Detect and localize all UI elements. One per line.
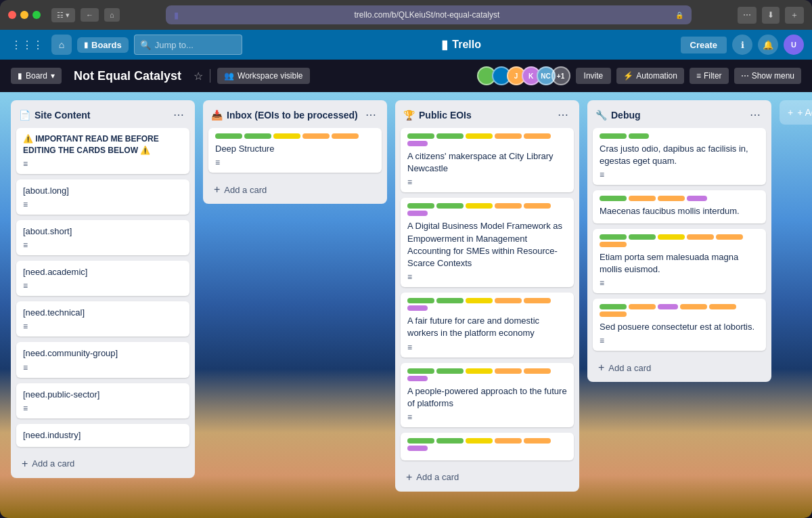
list-more-button-debug[interactable]: ⋯	[747, 107, 763, 123]
minimize-button[interactable]	[20, 11, 28, 19]
card-text-debug-3: Etiam porta sem malesuada magna mollis e…	[600, 251, 759, 276]
invite-button[interactable]: Invite	[576, 68, 612, 84]
card-about-short[interactable]: [about.short] ≡	[16, 220, 189, 255]
label	[436, 438, 464, 444]
card-citizens-makerspace[interactable]: A citizens' makerspace at City Library N…	[401, 128, 574, 192]
label	[687, 196, 707, 201]
add-card-label: Add a card	[32, 458, 74, 469]
trello-favicon: ▮	[174, 10, 179, 20]
label	[436, 368, 464, 374]
card-labels	[407, 438, 567, 451]
board-view-button[interactable]: ▮ Board ▾	[11, 68, 62, 84]
card-about-long[interactable]: [about.long] ≡	[16, 179, 189, 215]
card-text-need-industry: [need.industry]	[23, 429, 183, 441]
back-button[interactable]: ←	[81, 8, 99, 22]
list-cards-debug: Cras justo odio, dapibus ac facilisis in…	[587, 128, 771, 356]
label	[495, 133, 522, 139]
list-more-button-inbox[interactable]: ⋯	[363, 107, 379, 123]
trello-logo: ▮ Trello	[248, 37, 675, 52]
label	[629, 133, 649, 139]
card-debug-4[interactable]: Sed posuere consectetur est at lobortis.…	[593, 299, 766, 351]
address-bar[interactable]: ▮ trello.com/b/QLKeiuSt/not-equal-cataly…	[166, 5, 692, 24]
close-button[interactable]	[8, 11, 16, 19]
download-button[interactable]: ⬇	[762, 7, 780, 24]
card-need-industry[interactable]: [need.industry]	[16, 424, 189, 447]
label	[709, 304, 736, 309]
automation-icon: ⚡	[623, 71, 633, 81]
card-deep-structure[interactable]: Deep Structure ≡	[208, 128, 382, 173]
label	[629, 304, 656, 309]
add-card-button-inbox[interactable]: + Add a card	[207, 179, 383, 200]
label-green-2	[244, 133, 271, 139]
label	[600, 304, 627, 309]
add-card-label-debug: Add a card	[608, 363, 651, 373]
more-button[interactable]: ⋯	[738, 7, 757, 24]
card-debug-3[interactable]: Etiam porta sem malesuada magna mollis e…	[593, 229, 766, 293]
card-text-about-long: [about.long]	[23, 185, 183, 197]
list-public-eois: 🏆 Public EOIs ⋯	[395, 100, 579, 492]
workspace-visible-button[interactable]: 👥 Workspace visible	[217, 68, 309, 84]
sidebar-toggle-button[interactable]: ☷ ▾	[51, 8, 75, 22]
list-inbox: 📥 Inbox (EOIs to be processed) ⋯	[203, 100, 387, 204]
label	[436, 298, 464, 303]
traffic-lights	[8, 11, 41, 19]
desc-icon: ≡	[215, 158, 375, 167]
automation-button[interactable]: ⚡ Automation	[616, 68, 684, 84]
card-need-technical[interactable]: [need.technical] ≡	[16, 301, 189, 337]
card-debug-1[interactable]: Cras justo odio, dapibus ac facilisis in…	[593, 128, 766, 185]
lock-icon: 🔒	[675, 12, 683, 19]
card-need-community[interactable]: [need.community-group] ≡	[16, 342, 189, 377]
search-box[interactable]: 🔍 Jump to...	[134, 35, 242, 55]
user-avatar[interactable]: U	[784, 35, 804, 55]
create-button[interactable]: Create	[681, 37, 727, 53]
new-tab-button[interactable]: ＋	[785, 7, 804, 24]
add-card-button-public-eois[interactable]: + Add a card	[399, 467, 575, 488]
home-nav-button[interactable]: ⌂	[51, 35, 72, 55]
card-debug-2[interactable]: Maecenas faucibus mollis interdum.	[593, 190, 766, 223]
desc-icon: ≡	[600, 278, 759, 288]
info-button[interactable]: ℹ	[732, 35, 752, 55]
filter-button[interactable]: ≡ Filter	[690, 68, 729, 84]
card-need-academic[interactable]: [need.academic] ≡	[16, 261, 189, 296]
list-more-button-public-eois[interactable]: ⋯	[555, 107, 571, 123]
board-view-label: Board	[26, 71, 47, 81]
label-yellow	[273, 133, 300, 139]
card-partial[interactable]	[401, 433, 574, 460]
star-button[interactable]: ☆	[194, 70, 203, 83]
card-text-digital-business: A Digital Business Model Framework as Em…	[407, 220, 567, 269]
card-labels	[600, 304, 759, 317]
card-digital-business[interactable]: A Digital Business Model Framework as Em…	[401, 198, 574, 287]
add-card-button-site-content[interactable]: + Add a card	[15, 454, 191, 474]
card-fair-future[interactable]: A fair future for care and domestic work…	[401, 293, 574, 357]
list-title-area-public-eois: 🏆 Public EOIs	[403, 110, 472, 121]
list-title-area-debug: 🔧 Debug	[595, 110, 641, 121]
notifications-button[interactable]: 🔔	[758, 35, 778, 55]
label	[407, 133, 434, 139]
add-card-button-debug[interactable]: + Add a card	[591, 358, 767, 378]
title-bar-right: ⋯ ⬇ ＋	[738, 7, 804, 24]
add-list-button[interactable]: + + Add another list	[780, 100, 812, 125]
boards-nav-button[interactable]: ▮ Boards	[77, 37, 129, 53]
label	[466, 438, 493, 444]
desc-icon: ≡	[23, 159, 183, 169]
list-header-site-content: 📄 Site Content ⋯	[11, 100, 195, 128]
show-menu-button[interactable]: ⋯ Show menu	[734, 68, 801, 84]
list-debug: 🔧 Debug ⋯ Cras justo odio, dapibus ac fa…	[587, 100, 771, 382]
list-more-button-site-content[interactable]: ⋯	[171, 107, 187, 123]
label	[407, 438, 434, 444]
maximize-button[interactable]	[32, 11, 41, 19]
card-people-powered[interactable]: A people-powered approach to the future …	[401, 363, 574, 427]
add-list-icon: +	[788, 107, 793, 118]
label	[407, 298, 434, 303]
label	[687, 234, 714, 240]
label-green-1	[215, 133, 242, 139]
member-count[interactable]: +1	[551, 66, 570, 85]
label	[680, 304, 707, 309]
card-warning[interactable]: ⚠️ IMPORTANT READ ME BEFORE EDITING THE …	[16, 128, 189, 174]
grid-icon[interactable]: ⋮⋮⋮	[8, 36, 46, 54]
label	[600, 311, 627, 317]
card-need-public[interactable]: [need.public-sector] ≡	[16, 383, 189, 418]
card-text-need-public: [need.public-sector]	[23, 389, 183, 401]
filter-icon: ≡	[696, 71, 701, 81]
home-button[interactable]: ⌂	[104, 8, 120, 22]
